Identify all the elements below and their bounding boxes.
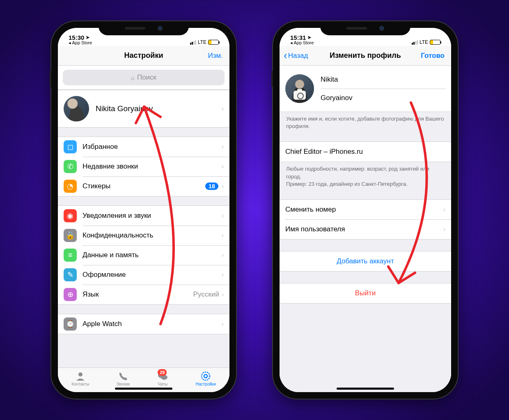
- contacts-icon: [75, 371, 86, 381]
- watch-icon: ⌚: [64, 317, 77, 331]
- battery-icon: [208, 40, 219, 45]
- tab-settings[interactable]: Настройки: [196, 371, 216, 386]
- chevron-right-icon: ›: [222, 143, 224, 151]
- stickers-cell[interactable]: ◔ Стикеры 18 ›: [58, 176, 229, 196]
- favorites-cell[interactable]: ◻ Избранное ›: [58, 137, 229, 157]
- brush-icon: ✎: [64, 268, 77, 281]
- signal-icon: [412, 40, 418, 45]
- phone-right: 15:31➤ ◂ App Store LTE ‹Назад Изменить п…: [273, 21, 458, 399]
- first-name-input[interactable]: Nikita: [321, 71, 445, 89]
- logout-button[interactable]: Выйти: [280, 283, 451, 303]
- tab-contacts[interactable]: Контакты: [71, 371, 89, 386]
- profile-name: Nikita Goryainov: [96, 104, 222, 113]
- avatar: [64, 96, 89, 121]
- bio-input[interactable]: Chief Editor – iPhones.ru: [280, 142, 451, 162]
- avatar-edit-button[interactable]: [285, 74, 314, 103]
- network-label: LTE: [198, 39, 206, 45]
- svg-point-3: [202, 372, 210, 380]
- back-button[interactable]: ‹Назад: [284, 52, 308, 60]
- name-hint: Укажите имя и, если хотите, добавьте фот…: [280, 112, 451, 130]
- database-icon: ≡: [64, 249, 77, 262]
- chevron-left-icon: ‹: [284, 53, 287, 58]
- phone-icon: ✆: [64, 160, 77, 173]
- search-placeholder: Поиск: [137, 73, 156, 82]
- chevron-right-icon: ›: [443, 206, 445, 213]
- nav-bar: ‹Назад Изменить профиль Готово: [280, 46, 451, 66]
- camera-icon: [293, 91, 306, 100]
- phone-left: 15:30➤ ◂ App Store LTE Настройки Изм. ⌕ …: [51, 21, 236, 399]
- chevron-right-icon: ›: [222, 212, 224, 219]
- signal-icon: [190, 40, 196, 45]
- done-button[interactable]: Готово: [421, 52, 445, 60]
- status-time: 15:30: [69, 34, 84, 41]
- edit-button[interactable]: Изм.: [208, 52, 223, 60]
- last-name-input[interactable]: Goryainov: [321, 89, 445, 107]
- notifications-cell[interactable]: ◉ Уведомления и звуки ›: [58, 206, 229, 226]
- language-cell[interactable]: ⊕ Язык Русский ›: [58, 285, 229, 304]
- notification-icon: ◉: [64, 209, 77, 222]
- status-time: 15:31: [290, 34, 306, 41]
- location-icon: ➤: [86, 35, 89, 40]
- chevron-right-icon: ›: [222, 271, 224, 278]
- back-to-app[interactable]: ◂ App Store: [69, 41, 92, 45]
- globe-icon: ⊕: [64, 288, 77, 301]
- profile-cell[interactable]: Nikita Goryainov ›: [58, 90, 229, 127]
- tab-chats[interactable]: 29 Чаты: [157, 371, 168, 386]
- page-title: Изменить профиль: [330, 51, 401, 60]
- bookmark-icon: ◻: [64, 140, 77, 153]
- data-storage-cell[interactable]: ≡ Данные и память ›: [58, 245, 229, 265]
- chevron-right-icon: ›: [222, 291, 224, 298]
- back-to-app[interactable]: ◂ App Store: [290, 41, 314, 45]
- badge: 18: [205, 183, 218, 190]
- add-account-button[interactable]: Добавить аккаунт: [280, 251, 451, 271]
- chevron-right-icon: ›: [222, 251, 224, 259]
- privacy-cell[interactable]: 🔒 Конфиденциальность ›: [58, 226, 229, 245]
- svg-point-0: [78, 372, 83, 377]
- language-value: Русский: [193, 290, 219, 299]
- home-indicator[interactable]: [115, 388, 172, 390]
- lock-icon: 🔒: [64, 229, 77, 242]
- network-label: LTE: [420, 39, 428, 45]
- chevron-right-icon: ›: [222, 105, 224, 112]
- search-input[interactable]: ⌕ Поиск: [63, 70, 225, 85]
- tab-calls[interactable]: Звонки: [117, 371, 130, 386]
- chevron-right-icon: ›: [222, 163, 224, 170]
- chats-badge: 29: [158, 369, 167, 376]
- apple-watch-cell[interactable]: ⌚ Apple Watch ›: [58, 314, 229, 334]
- nav-bar: Настройки Изм.: [58, 46, 229, 66]
- notch: [99, 21, 189, 35]
- chevron-right-icon: ›: [222, 232, 224, 239]
- notch: [320, 21, 410, 35]
- chevron-right-icon: ›: [443, 226, 445, 233]
- sticker-icon: ◔: [64, 180, 77, 193]
- username-cell[interactable]: Имя пользователя ›: [280, 219, 451, 239]
- change-number-cell[interactable]: Сменить номер ›: [280, 200, 451, 219]
- home-indicator[interactable]: [337, 388, 394, 390]
- appearance-cell[interactable]: ✎ Оформление ›: [58, 265, 229, 285]
- calls-icon: [117, 371, 129, 381]
- battery-icon: [430, 40, 440, 45]
- bio-hint: Любые подробности, например: возраст, ро…: [280, 162, 451, 188]
- search-icon: ⌕: [131, 74, 135, 81]
- page-title: Настройки: [124, 51, 163, 60]
- chevron-right-icon: ›: [222, 183, 224, 190]
- recent-calls-cell[interactable]: ✆ Недавние звонки ›: [58, 157, 229, 176]
- location-icon: ➤: [307, 35, 311, 40]
- chevron-right-icon: ›: [222, 320, 224, 328]
- svg-point-4: [204, 374, 207, 378]
- gear-icon: [200, 371, 211, 381]
